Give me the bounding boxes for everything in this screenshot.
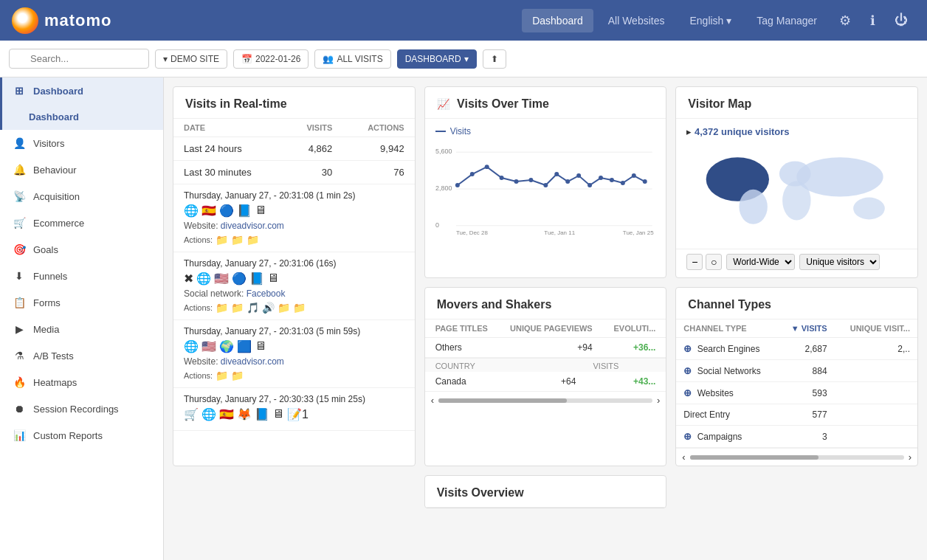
sidebar-item-heatmaps[interactable]: 🔥 Heatmaps: [0, 369, 163, 395]
region-select[interactable]: World-Wide Asia Europe Americas: [726, 254, 795, 270]
visit-entry-3: Thursday, January 27, - 20:31:03 (5 min …: [173, 320, 415, 388]
table-row: ⊕ Search Engines 2,687 2,..: [676, 338, 917, 360]
dashboard-button[interactable]: DASHBOARD ▾: [397, 49, 477, 69]
ms-evolution-val: +36...: [603, 338, 666, 358]
nav-language[interactable]: English ▾: [679, 9, 742, 32]
collapse-icon: ⬆: [491, 54, 498, 64]
table-row: Others +94 +36...: [425, 338, 666, 358]
visit-actions-1: Actions: 📁 📁 📁: [184, 234, 404, 246]
nav-all-websites[interactable]: All Websites: [598, 9, 675, 32]
us-flag-icon: 🇺🇸: [201, 339, 216, 353]
matomo-logo-icon[interactable]: [12, 7, 38, 34]
sidebar-item-forms[interactable]: 📋 Forms: [0, 289, 163, 316]
sidebar-acquisition-label: Acquisition: [33, 191, 80, 202]
sidebar-item-funnels[interactable]: ⬇ Funnels: [0, 263, 163, 289]
action-folder-icon: 📁: [231, 234, 244, 246]
sidebar-item-goals[interactable]: 🎯 Goals: [0, 236, 163, 263]
logout-icon[interactable]: ⏻: [887, 8, 915, 32]
website-link-3[interactable]: diveadvisor.com: [221, 356, 284, 367]
visit-icons-2: ✖ 🌐 🇺🇸 🔵 📘 🖥: [184, 272, 404, 286]
expand-icon[interactable]: ⊕: [683, 343, 692, 354]
all-visits-button[interactable]: 👥 ALL VISITS: [314, 49, 390, 69]
zoom-reset-button[interactable]: ○: [706, 254, 722, 270]
ms-country-label: Canada: [425, 372, 520, 392]
demo-site-label: DEMO SITE: [170, 54, 219, 64]
sidebar-item-session-recordings[interactable]: ⏺ Session Recordings: [0, 395, 163, 422]
media-icon: ▶: [13, 323, 26, 335]
svg-text:2,800: 2,800: [435, 184, 452, 192]
desktop-icon: 🖥: [255, 204, 266, 218]
metric-select[interactable]: Unique visitors Visits Actions: [799, 254, 880, 270]
sidebar-item-ecommerce[interactable]: 🛒 Ecommerce: [0, 210, 163, 236]
channel-types-table: CHANNEL TYPE ▼ VISITS UNIQUE VISIT... ⊕ …: [676, 319, 917, 448]
sidebar-item-media[interactable]: ▶ Media: [0, 316, 163, 342]
sidebar-dashboard-sub-label: Dashboard: [29, 111, 79, 122]
scroll-right-arrow[interactable]: ›: [657, 395, 660, 406]
sidebar-item-abtests[interactable]: ⚗ A/B Tests: [0, 342, 163, 369]
website-link-1[interactable]: diveadvisor.com: [221, 221, 284, 231]
action-folder-icon: 📁: [247, 234, 259, 246]
chrome-icon: 🔵: [219, 204, 234, 218]
sidebar-ecommerce-label: Ecommerce: [33, 218, 84, 229]
scrollbar-track[interactable]: [438, 398, 652, 403]
visits-overview-title: Visits Overview: [425, 476, 666, 508]
ct-scroll-left[interactable]: ‹: [682, 452, 685, 463]
ct-scrollbar-track[interactable]: [690, 455, 904, 460]
sidebar-behaviour-label: Behaviour: [33, 165, 77, 176]
scroll-left-arrow[interactable]: ‹: [431, 395, 434, 406]
settings-icon[interactable]: ⚙: [832, 8, 858, 33]
date-picker-button[interactable]: 📅 2022-01-26: [233, 49, 309, 69]
expand-icon[interactable]: ⊕: [683, 431, 692, 442]
sidebar-item-acquisition[interactable]: 📡 Acquisition: [0, 183, 163, 210]
sidebar-item-custom-reports[interactable]: 📊 Custom Reports: [0, 422, 163, 449]
horizontal-scrollbar[interactable]: ‹ ›: [425, 392, 666, 409]
visit-icons-4: 🛒 🌐 🇪🇸 🦊 📘 🖥 📝1: [184, 407, 404, 421]
sidebar-item-dashboard-sub[interactable]: Dashboard: [0, 104, 163, 130]
ct-horizontal-scrollbar[interactable]: ‹ ›: [676, 448, 917, 466]
desktop-icon: 🖥: [267, 272, 279, 286]
actions-label-2: Actions:: [184, 303, 213, 312]
ct-scrollbar-thumb[interactable]: [690, 455, 819, 460]
sidebar-heatmaps-label: Heatmaps: [33, 377, 77, 388]
chart-expand-icon[interactable]: 📈: [437, 98, 449, 110]
svg-text:5,600: 5,600: [435, 148, 452, 155]
svg-text:Tue, Jan 25: Tue, Jan 25: [623, 229, 654, 236]
movers-shakers-title: Movers and Shakers: [425, 288, 666, 319]
sidebar-item-visitors[interactable]: 👤 Visitors: [0, 130, 163, 156]
ct-unique-val-0: 2,..: [835, 338, 917, 360]
country-header: COUNTRY: [435, 362, 475, 370]
action-folder-icon: 📁: [278, 302, 290, 314]
visits-over-time-title: 📈 Visits Over Time: [425, 87, 666, 119]
scrollbar-thumb[interactable]: [438, 398, 567, 403]
demo-site-button[interactable]: ▾ DEMO SITE: [155, 49, 227, 69]
main-layout: ⊞ Dashboard Dashboard 👤 Visitors 🔔 Behav…: [0, 77, 927, 560]
search-input[interactable]: [9, 49, 149, 69]
svg-point-6: [455, 183, 460, 187]
svg-point-11: [528, 178, 533, 182]
content-area: Visits in Real-time DATE VISITS ACTIONS …: [164, 77, 927, 560]
ct-scroll-right[interactable]: ›: [909, 452, 912, 463]
ct-campaigns: ⊕ Campaigns: [676, 426, 778, 448]
action-music-icon: 🎵: [247, 302, 259, 314]
dashboard-icon: ⊞: [13, 85, 26, 97]
ct-search-engines: ⊕ Search Engines: [676, 338, 778, 360]
info-icon[interactable]: ℹ: [863, 8, 883, 33]
zoom-out-button[interactable]: −: [686, 254, 703, 270]
nav-dashboard[interactable]: Dashboard: [522, 9, 593, 32]
country-section-label: COUNTRY VISITS: [425, 358, 666, 372]
sidebar-item-dashboard[interactable]: ⊞ Dashboard: [0, 77, 163, 104]
collapse-button[interactable]: ⬆: [483, 49, 506, 69]
expand-icon[interactable]: ⊕: [683, 365, 692, 376]
nav-tag-manager[interactable]: Tag Manager: [746, 9, 827, 32]
svg-point-19: [621, 181, 625, 185]
calendar-icon: 📅: [241, 54, 252, 64]
svg-text:Tue, Jan 11: Tue, Jan 11: [544, 229, 575, 236]
apple-icon: 📘: [255, 407, 269, 421]
svg-point-29: [797, 157, 883, 196]
visit-time-3: Thursday, January 27, - 20:31:03 (5 min …: [184, 326, 404, 336]
logo-text: matomo: [44, 11, 112, 30]
expand-icon[interactable]: ⊕: [683, 387, 692, 398]
sidebar-item-behaviour[interactable]: 🔔 Behaviour: [0, 156, 163, 183]
visits-header: VISITS: [593, 362, 618, 370]
website-link-2[interactable]: Facebook: [247, 288, 286, 299]
